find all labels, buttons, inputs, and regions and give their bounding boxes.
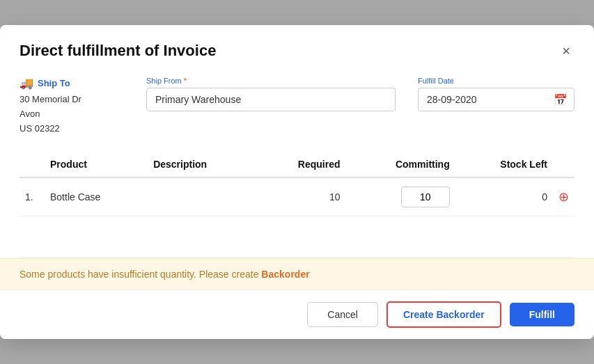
product-name: Bottle Case [45,177,148,216]
required-marker: * [182,77,187,85]
ship-from-input[interactable] [146,88,396,111]
stock-left-qty: 0 [455,177,553,216]
products-table: Product Description Required Committing … [19,153,575,258]
col-alert [553,153,575,177]
spacer-row [19,216,575,258]
modal-body: 🚚 Ship To 30 Memorial Dr Avon US 02322 S… [0,71,594,258]
warning-cell: ⊕ [553,177,575,216]
ship-from-block: Ship From * [146,77,396,111]
backorder-link[interactable]: Backorder [261,269,309,280]
table-section: Product Description Required Committing … [19,153,575,258]
date-input-wrapper: 📅 [418,88,575,111]
required-qty: 10 [256,177,346,216]
modal-header: Direct fulfillment of Invoice × [0,25,594,71]
address-line2: Avon [19,107,124,122]
fulfill-date-block: Fulfill Date 📅 [418,77,575,111]
committing-input[interactable] [401,187,450,207]
close-button[interactable]: × [558,42,575,59]
fulfill-date-input[interactable] [418,88,575,111]
address-line1: 30 Memorial Dr [19,93,124,107]
modal-overlay: Direct fulfillment of Invoice × 🚚 Ship T… [0,0,594,364]
warning-banner: Some products have insufficient quantity… [0,258,594,290]
truck-icon: 🚚 [19,77,33,90]
col-product: Product [45,153,148,177]
col-committing: Committing [346,153,455,177]
ship-to-block: 🚚 Ship To 30 Memorial Dr Avon US 02322 [19,77,124,136]
fulfill-date-label: Fulfill Date [418,77,575,85]
product-description [148,177,256,216]
modal-title: Direct fulfillment of Invoice [19,42,216,60]
ship-to-label: 🚚 Ship To [19,77,124,90]
col-num [19,153,45,177]
address-line3: US 02322 [19,122,124,136]
ship-from-label: Ship From * [146,77,396,85]
col-stock-left: Stock Left [455,153,553,177]
ship-to-text[interactable]: Ship To [38,78,70,88]
col-required: Required [256,153,346,177]
table-header-row: Product Description Required Committing … [19,153,575,177]
fulfill-button[interactable]: Fulfill [510,303,575,326]
modal-footer: Cancel Create Backorder Fulfill [0,290,594,339]
table-row: 1. Bottle Case 10 0 ⊕ [19,177,575,216]
modal-dialog: Direct fulfillment of Invoice × 🚚 Ship T… [0,25,594,338]
warning-text-before: Some products have insufficient quantity… [19,269,261,280]
committing-cell [346,177,455,216]
cancel-button[interactable]: Cancel [307,302,378,327]
col-description: Description [148,153,256,177]
create-backorder-button[interactable]: Create Backorder [386,301,501,328]
ship-to-address: 30 Memorial Dr Avon US 02322 [19,93,124,136]
warning-icon: ⊕ [558,190,569,204]
row-number: 1. [19,177,45,216]
top-row: 🚚 Ship To 30 Memorial Dr Avon US 02322 S… [19,77,575,136]
